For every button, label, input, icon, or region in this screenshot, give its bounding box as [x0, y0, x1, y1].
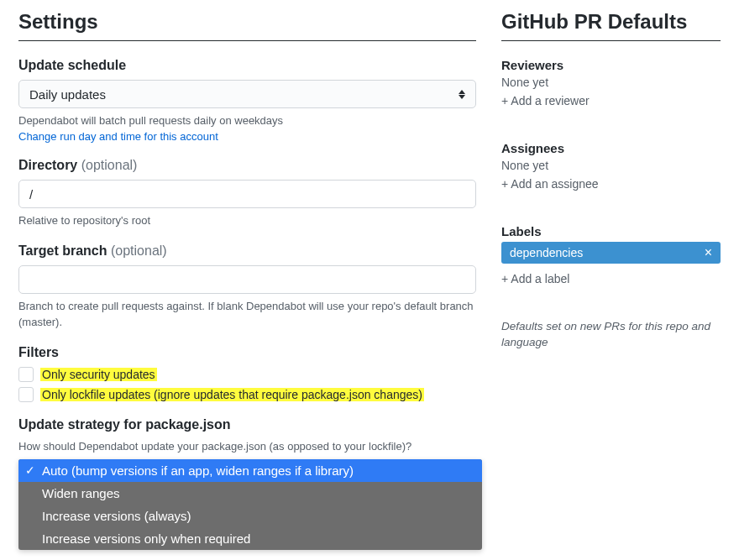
filter-security-row: Only security updates [18, 367, 476, 382]
strategy-dropdown: Auto (bump versions if an app, widen ran… [18, 459, 482, 550]
target-branch-help: Branch to create pull requests against. … [18, 299, 476, 329]
change-run-time-link[interactable]: Change run day and time for this account [18, 130, 218, 143]
add-label-link[interactable]: + Add a label [501, 272, 569, 285]
label-chip-dependencies: dependencies × [501, 242, 721, 264]
update-schedule-value: Daily updates [29, 87, 106, 102]
assignees-section: Assignees None yet + Add an assignee [501, 141, 721, 207]
update-schedule-section: Update schedule Daily updates Dependabot… [18, 58, 476, 143]
add-reviewer-link[interactable]: + Add a reviewer [501, 94, 590, 107]
settings-title: Settings [18, 10, 476, 41]
labels-label: Labels [501, 224, 721, 238]
labels-section: Labels dependencies × + Add a label [501, 224, 721, 302]
lockfile-checkbox-label: Only lockfile updates (ignore updates th… [40, 388, 424, 401]
defaults-note: Defaults set on new PRs for this repo an… [501, 319, 721, 351]
assignees-label: Assignees [501, 141, 721, 155]
pr-defaults-title: GitHub PR Defaults [501, 10, 721, 41]
add-assignee-link[interactable]: + Add an assignee [501, 177, 599, 191]
reviewers-label: Reviewers [501, 58, 721, 72]
target-branch-section: Target branch (optional) Branch to creat… [18, 243, 476, 329]
pr-defaults-panel: GitHub PR Defaults Reviewers None yet + … [501, 10, 721, 550]
filters-label: Filters [18, 345, 476, 360]
security-checkbox-label: Only security updates [40, 368, 157, 381]
label-chip-text: dependencies [510, 246, 583, 259]
remove-label-icon[interactable]: × [705, 246, 712, 259]
directory-input[interactable] [18, 180, 476, 208]
lockfile-checkbox[interactable] [18, 387, 34, 402]
update-schedule-help: Dependabot will batch pull requests dail… [18, 113, 476, 128]
strategy-label: Update strategy for package.json [18, 417, 476, 432]
strategy-option-increase-always[interactable]: Increase versions (always) [18, 505, 482, 527]
update-schedule-label: Update schedule [18, 58, 476, 73]
strategy-section: Update strategy for package.json How sho… [18, 417, 476, 488]
directory-label: Directory (optional) [18, 158, 476, 173]
reviewers-section: Reviewers None yet + Add a reviewer [501, 58, 721, 124]
filters-section: Filters Only security updates Only lockf… [18, 345, 476, 402]
directory-help: Relative to repository's root [18, 213, 476, 228]
strategy-option-increase-required[interactable]: Increase versions only when required [18, 527, 482, 550]
strategy-help: How should Dependabot update your packag… [18, 439, 476, 454]
reviewers-none: None yet [501, 76, 721, 89]
directory-section: Directory (optional) Relative to reposit… [18, 158, 476, 228]
filter-lockfile-row: Only lockfile updates (ignore updates th… [18, 387, 476, 402]
target-branch-input[interactable] [18, 265, 476, 294]
update-schedule-select[interactable]: Daily updates [18, 80, 476, 108]
security-checkbox[interactable] [18, 367, 34, 382]
select-caret-icon [459, 90, 465, 99]
strategy-option-widen[interactable]: Widen ranges [18, 482, 482, 505]
target-branch-label: Target branch (optional) [18, 243, 476, 259]
strategy-option-auto[interactable]: Auto (bump versions if an app, widen ran… [18, 459, 482, 482]
assignees-none: None yet [501, 159, 721, 172]
settings-panel: Settings Update schedule Daily updates D… [18, 10, 476, 550]
